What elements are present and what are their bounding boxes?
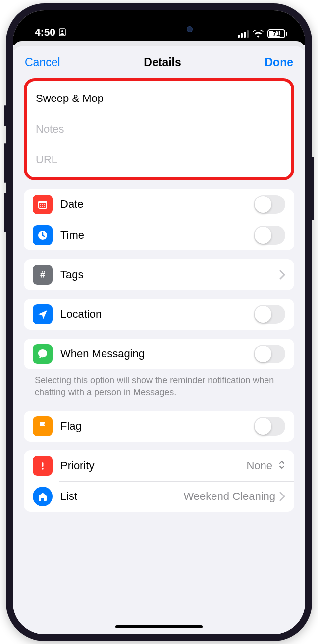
- flag-row[interactable]: Flag: [24, 411, 294, 442]
- location-arrow-icon: [33, 304, 53, 324]
- priority-row[interactable]: Priority None: [24, 450, 294, 481]
- flag-group: Flag: [24, 411, 294, 442]
- title-notes-url-group: [24, 78, 294, 180]
- message-bubble-icon: [33, 344, 53, 364]
- svg-point-7: [40, 206, 41, 207]
- when-messaging-group: When Messaging: [24, 339, 294, 369]
- svg-rect-12: [42, 462, 44, 467]
- clock-icon: [33, 225, 53, 245]
- priority-value: None: [246, 459, 272, 472]
- when-messaging-toggle[interactable]: [254, 345, 285, 363]
- done-button[interactable]: Done: [265, 56, 293, 69]
- list-home-icon: [33, 487, 53, 506]
- updown-chevron-icon: [278, 460, 285, 472]
- date-row[interactable]: Date: [24, 189, 294, 220]
- page-title: Details: [144, 56, 181, 69]
- priority-icon: [33, 456, 53, 476]
- url-row[interactable]: [27, 145, 291, 175]
- tags-group: # Tags: [24, 259, 294, 290]
- date-label: Date: [60, 198, 254, 211]
- date-time-group: Date Time: [24, 189, 294, 250]
- chevron-right-icon: [279, 270, 285, 280]
- location-label: Location: [60, 308, 254, 321]
- wifi-icon: [253, 30, 264, 38]
- details-sheet: Cancel Details Done: [13, 46, 305, 634]
- svg-point-6: [44, 204, 45, 205]
- tags-row[interactable]: # Tags: [24, 259, 294, 290]
- notes-input[interactable]: [36, 123, 282, 136]
- phone-screen: 4:50 71 Cancel Details: [13, 10, 305, 634]
- side-button-volume-down: [4, 193, 6, 232]
- url-input[interactable]: [36, 153, 282, 166]
- content-scroll[interactable]: Date Time #: [13, 76, 305, 634]
- flag-label: Flag: [60, 420, 254, 433]
- when-messaging-hint: Selecting this option will show the remi…: [24, 369, 294, 398]
- battery-indicator: 71: [267, 29, 287, 38]
- list-row[interactable]: List Weekend Cleaning: [24, 481, 294, 512]
- battery-percent: 71: [273, 30, 280, 37]
- tags-label: Tags: [60, 268, 279, 281]
- location-row[interactable]: Location: [24, 299, 294, 330]
- status-time: 4:50: [35, 26, 55, 38]
- profile-card-icon: [58, 28, 66, 36]
- cellular-signal-icon: [238, 30, 249, 38]
- when-messaging-row[interactable]: When Messaging: [24, 339, 294, 369]
- svg-point-1: [61, 30, 63, 32]
- time-toggle[interactable]: [254, 226, 285, 245]
- title-row[interactable]: [27, 83, 291, 114]
- flag-toggle[interactable]: [254, 417, 285, 436]
- time-row[interactable]: Time: [24, 220, 294, 250]
- date-toggle[interactable]: [254, 195, 285, 214]
- title-input[interactable]: [36, 92, 282, 105]
- side-button-power: [312, 157, 314, 220]
- svg-rect-3: [39, 203, 46, 208]
- flag-icon: [33, 416, 53, 436]
- hashtag-icon: #: [33, 265, 53, 285]
- nav-bar: Cancel Details Done: [13, 46, 305, 76]
- svg-point-9: [44, 206, 45, 207]
- priority-list-group: Priority None List Weekend Cleaning: [24, 450, 294, 512]
- list-label: List: [60, 490, 184, 503]
- time-label: Time: [60, 229, 254, 242]
- dynamic-island: [119, 19, 199, 39]
- cancel-button[interactable]: Cancel: [25, 56, 60, 69]
- home-indicator[interactable]: [115, 625, 203, 628]
- phone-frame: 4:50 71 Cancel Details: [6, 3, 312, 641]
- location-group: Location: [24, 299, 294, 330]
- svg-text:#: #: [40, 270, 45, 280]
- notes-row[interactable]: [27, 114, 291, 145]
- svg-point-4: [40, 204, 41, 205]
- front-camera: [187, 26, 193, 32]
- svg-point-13: [42, 468, 44, 470]
- svg-point-5: [42, 204, 43, 205]
- side-button-volume-up: [4, 143, 6, 183]
- list-value: Weekend Cleaning: [184, 490, 276, 503]
- chevron-right-icon: [279, 492, 285, 501]
- location-toggle[interactable]: [254, 305, 285, 324]
- when-messaging-label: When Messaging: [60, 347, 254, 360]
- svg-point-8: [42, 206, 43, 207]
- side-button-silent: [4, 105, 6, 126]
- calendar-icon: [33, 195, 53, 214]
- priority-label: Priority: [60, 459, 246, 472]
